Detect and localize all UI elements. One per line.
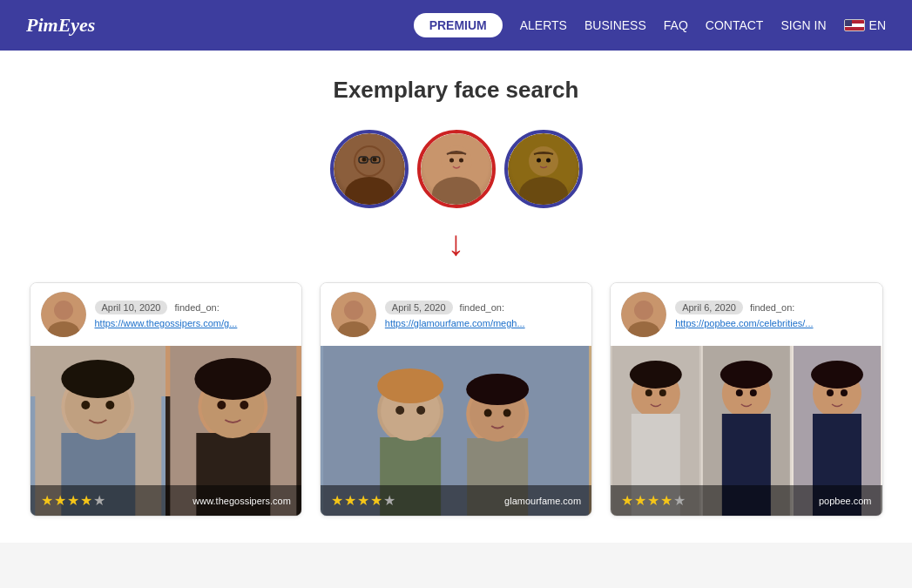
svg-point-42 (416, 406, 425, 415)
card-3-date-row: April 6, 2020 finded_on: (675, 301, 813, 314)
svg-point-11 (459, 159, 463, 163)
svg-point-47 (483, 409, 491, 417)
arrow-down: ↓ (17, 226, 895, 260)
main-content: Exemplary face search (0, 51, 912, 543)
svg-point-68 (826, 389, 833, 396)
svg-point-46 (466, 374, 529, 405)
nav: PREMIUM ALERTS BUSINESS FAQ CONTACT SIGN… (414, 13, 886, 37)
svg-point-8 (432, 177, 481, 205)
card-3-footer: ★★★★★ popbee.com (611, 485, 882, 516)
svg-point-1 (345, 177, 394, 205)
face-oprah-img (334, 133, 405, 205)
svg-point-10 (449, 159, 454, 163)
card-1-header: April 10, 2020 finded_on: https://www.th… (30, 283, 301, 346)
card-3-date: April 6, 2020 (675, 301, 743, 314)
svg-point-30 (217, 401, 226, 409)
svg-point-40 (377, 368, 443, 403)
card-3-stars: ★★★★★ (621, 492, 686, 509)
card-2-meta: April 5, 2020 finded_on: https://glamour… (385, 301, 525, 328)
svg-point-63 (750, 389, 757, 396)
card-2-found-label: finded_on: (460, 302, 504, 313)
card-2-thumb (331, 292, 376, 337)
result-card-1: April 10, 2020 finded_on: https://www.th… (30, 282, 302, 517)
premium-button[interactable]: PREMIUM (414, 13, 503, 37)
business-link[interactable]: BUSINESS (584, 18, 646, 32)
svg-point-15 (546, 159, 551, 163)
result-card-3: April 6, 2020 finded_on: https://popbee.… (610, 282, 882, 517)
face-circles (17, 130, 895, 208)
results-grid: April 10, 2020 finded_on: https://www.th… (30, 282, 883, 517)
face-circle-shah[interactable] (504, 130, 583, 208)
svg-point-56 (645, 389, 652, 396)
card-1-thumb (41, 292, 86, 337)
card-1-date: April 10, 2020 (95, 301, 168, 314)
svg-point-17 (54, 301, 73, 320)
card-2-header: April 5, 2020 finded_on: https://glamour… (321, 283, 591, 346)
svg-point-23 (81, 401, 90, 409)
card-3-link[interactable]: https://popbee.com/celebrities/... (675, 318, 813, 328)
svg-point-34 (344, 301, 363, 320)
svg-point-9 (441, 145, 472, 177)
card-1-image-wrapper: ★★★★★ www.thegossipers.com (30, 346, 301, 516)
svg-point-62 (736, 389, 743, 396)
card-3-image-wrapper: ★★★★★ popbee.com (611, 346, 882, 516)
contact-link[interactable]: CONTACT (706, 18, 764, 32)
result-card-2: April 5, 2020 finded_on: https://glamour… (320, 282, 592, 517)
svg-point-41 (395, 406, 404, 415)
logo[interactable]: PimEyes (26, 14, 95, 37)
language-selector[interactable]: EN (844, 18, 886, 32)
card-2-link[interactable]: https://glamourfame.com/megh... (385, 318, 525, 328)
card-3-header: April 6, 2020 finded_on: https://popbee.… (611, 283, 882, 346)
svg-point-67 (810, 361, 862, 389)
card-3-thumb (621, 292, 666, 337)
page-title: Exemplary face search (17, 77, 895, 104)
header: PimEyes PREMIUM ALERTS BUSINESS FAQ CONT… (0, 0, 912, 51)
svg-point-4 (372, 158, 376, 162)
card-1-domain: www.thegossipers.com (193, 496, 291, 506)
card-2-footer: ★★★★★ glamourfame.com (321, 485, 591, 516)
svg-point-12 (519, 177, 568, 205)
svg-point-14 (537, 159, 541, 163)
card-3-domain: popbee.com (819, 496, 872, 506)
alerts-link[interactable]: ALERTS (520, 18, 567, 32)
card-1-footer: ★★★★★ www.thegossipers.com (30, 485, 301, 516)
face-shah-img (508, 133, 579, 205)
card-1-found-label: finded_on: (174, 302, 219, 313)
svg-point-3 (361, 158, 366, 162)
card-3-meta: April 6, 2020 finded_on: https://popbee.… (675, 301, 813, 328)
svg-point-69 (840, 389, 847, 396)
card-2-date-row: April 5, 2020 finded_on: (385, 301, 525, 314)
signin-link[interactable]: SIGN IN (780, 18, 826, 32)
svg-point-55 (630, 361, 682, 389)
svg-point-57 (659, 389, 666, 396)
card-1-date-row: April 10, 2020 finded_on: (95, 301, 238, 314)
card-2-domain: glamourfame.com (504, 496, 581, 506)
svg-point-13 (529, 146, 558, 176)
card-1-link[interactable]: https://www.thegossipers.com/g... (95, 318, 238, 328)
card-2-image-wrapper: ★★★★★ glamourfame.com (321, 346, 591, 516)
svg-point-50 (634, 301, 653, 320)
lang-label: EN (869, 18, 886, 32)
faq-link[interactable]: FAQ (664, 18, 688, 32)
card-2-stars: ★★★★★ (331, 492, 396, 509)
svg-point-32 (194, 358, 271, 400)
svg-point-31 (240, 401, 248, 409)
svg-point-48 (503, 409, 510, 417)
card-3-found-label: finded_on: (750, 302, 794, 313)
face-circle-oprah[interactable] (330, 130, 409, 208)
card-1-meta: April 10, 2020 finded_on: https://www.th… (95, 301, 238, 328)
face-meghan-img (421, 133, 492, 205)
card-1-stars: ★★★★★ (41, 492, 106, 509)
card-2-date: April 5, 2020 (385, 301, 453, 314)
face-circle-meghan[interactable] (417, 130, 496, 208)
svg-point-24 (105, 401, 114, 409)
svg-point-25 (61, 360, 134, 398)
svg-point-61 (720, 361, 773, 389)
flag-icon (844, 19, 865, 31)
